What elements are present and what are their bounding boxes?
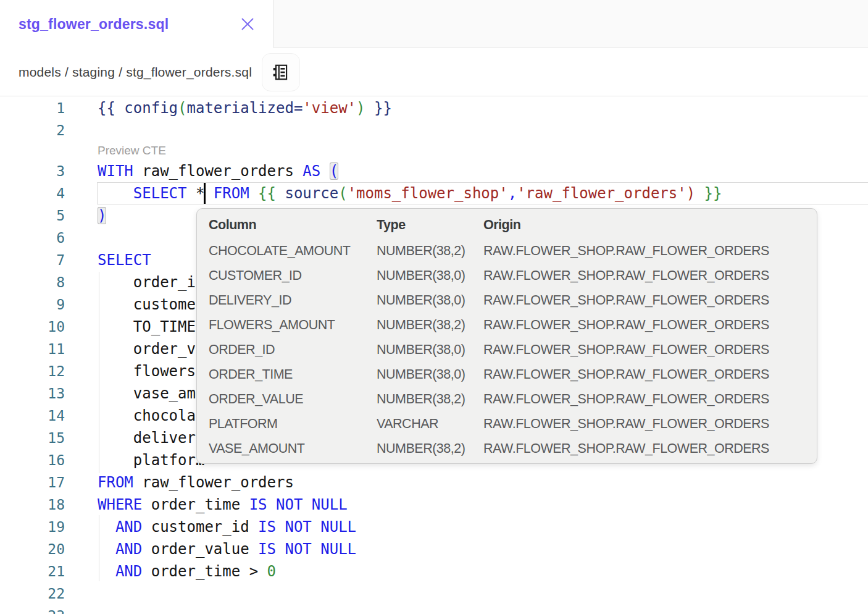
line-number: 15 xyxy=(0,427,65,449)
code-line[interactable]: 4 SELECT * FROM {{ source('moms_flower_s… xyxy=(0,182,868,204)
line-number: 6 xyxy=(0,227,65,249)
line-number: 21 xyxy=(0,560,65,582)
column-name-cell: ORDER_VALUE xyxy=(209,387,377,411)
notebook-icon xyxy=(272,63,290,82)
column-name-cell: ORDER_ID xyxy=(209,337,377,362)
dbt-sql-editor-window: stg_flower_orders.sql models / staging /… xyxy=(0,0,868,614)
code-line-text xyxy=(65,119,868,141)
line-number: 9 xyxy=(0,293,65,316)
column-type-cell: NUMBER(38,0) xyxy=(377,288,483,313)
line-number: 11 xyxy=(0,338,65,360)
column-origin-cell: RAW.FLOWER_SHOP.RAW_FLOWER_ORDERS xyxy=(483,313,817,337)
code-line[interactable]: 19 AND customer_id IS NOT NULL xyxy=(0,516,868,538)
code-line-text: {{ config(materialized='view') }} xyxy=(65,97,868,119)
line-number: 23 xyxy=(0,605,65,614)
line-number: 13 xyxy=(0,382,65,405)
code-line-text: AND order_time > 0 xyxy=(65,560,868,582)
column-name-cell: DELIVERY_ID xyxy=(209,288,377,313)
code-line-text xyxy=(65,605,868,614)
code-line[interactable]: 1{{ config(materialized='view') }} xyxy=(0,97,868,119)
line-number: 2 xyxy=(0,119,65,141)
column-type-cell: NUMBER(38,2) xyxy=(377,387,483,411)
code-line-text: AND order_value IS NOT NULL xyxy=(65,538,868,560)
code-line-text: WITH raw_flower_orders AS ( xyxy=(65,160,868,182)
line-number: 8 xyxy=(0,271,65,293)
line-number: 7 xyxy=(0,249,65,271)
column-origin-cell: RAW.FLOWER_SHOP.RAW_FLOWER_ORDERS xyxy=(483,337,817,362)
line-number: 19 xyxy=(0,516,65,538)
code-line-text: AND customer_id IS NOT NULL xyxy=(65,516,868,538)
column-origin-cell: RAW.FLOWER_SHOP.RAW_FLOWER_ORDERS xyxy=(483,263,817,288)
breadcrumb: models / staging / stg_flower_orders.sql xyxy=(19,65,252,80)
tab-title: stg_flower_orders.sql xyxy=(19,16,169,33)
code-lens-preview-cte[interactable]: Preview CTE xyxy=(0,141,868,160)
column-origin-cell: RAW.FLOWER_SHOP.RAW_FLOWER_ORDERS xyxy=(483,411,817,436)
column-type-cell: VARCHAR xyxy=(377,411,483,436)
line-number: 12 xyxy=(0,360,65,382)
column-origin-cell: RAW.FLOWER_SHOP.RAW_FLOWER_ORDERS xyxy=(483,288,817,313)
indent-guide xyxy=(99,515,99,581)
compiled-code-button[interactable] xyxy=(262,53,300,91)
indent-guide xyxy=(99,272,99,473)
code-line-text: WHERE order_time IS NOT NULL xyxy=(65,494,868,516)
column-type-cell: NUMBER(38,0) xyxy=(377,362,483,387)
code-line[interactable]: 21 AND order_time > 0 xyxy=(0,560,868,582)
line-number: 20 xyxy=(0,538,65,560)
line-number: 22 xyxy=(0,582,65,605)
code-line[interactable]: 18WHERE order_time IS NOT NULL xyxy=(0,494,868,516)
column-origin-cell: RAW.FLOWER_SHOP.RAW_FLOWER_ORDERS xyxy=(483,362,817,387)
popup-header: Column xyxy=(209,211,377,238)
column-origin-cell: RAW.FLOWER_SHOP.RAW_FLOWER_ORDERS xyxy=(483,387,817,411)
code-line-text: SELECT * FROM {{ source('moms_flower_sho… xyxy=(65,182,868,204)
line-number: 17 xyxy=(0,471,65,494)
column-type-cell: NUMBER(38,2) xyxy=(377,238,483,263)
close-icon[interactable] xyxy=(239,15,256,33)
line-number: 18 xyxy=(0,494,65,516)
column-name-cell: ORDER_TIME xyxy=(209,362,377,387)
code-line-text: FROM raw_flower_orders xyxy=(65,471,868,494)
code-line[interactable]: 22 xyxy=(0,582,868,605)
column-type-cell: NUMBER(38,2) xyxy=(377,313,483,337)
column-type-cell: NUMBER(38,2) xyxy=(377,436,483,461)
column-name-cell: CUSTOMER_ID xyxy=(209,263,377,288)
line-number: 16 xyxy=(0,449,65,471)
popup-header: Origin xyxy=(483,211,817,238)
line-number: 10 xyxy=(0,316,65,338)
column-name-cell: CHOCOLATE_AMOUNT xyxy=(209,238,377,263)
line-number: 3 xyxy=(0,160,65,182)
tab-bar-empty-area xyxy=(273,0,868,48)
code-line[interactable]: 17FROM raw_flower_orders xyxy=(0,471,868,494)
breadcrumb-bar: models / staging / stg_flower_orders.sql xyxy=(0,48,868,96)
source-columns-popup: ColumnTypeOriginCHOCOLATE_AMOUNTNUMBER(3… xyxy=(196,208,817,464)
line-number: 14 xyxy=(0,405,65,427)
column-type-cell: NUMBER(38,0) xyxy=(377,263,483,288)
code-line-text xyxy=(65,582,868,605)
code-line[interactable]: 23 xyxy=(0,605,868,614)
code-line[interactable]: 3WITH raw_flower_orders AS ( xyxy=(0,160,868,182)
column-name-cell: PLATFORM xyxy=(209,411,377,436)
code-line[interactable]: 2 xyxy=(0,119,868,141)
column-origin-cell: RAW.FLOWER_SHOP.RAW_FLOWER_ORDERS xyxy=(483,436,817,461)
tab-stg-flower-orders[interactable]: stg_flower_orders.sql xyxy=(0,0,273,48)
popup-header: Type xyxy=(377,211,483,238)
line-number: 4 xyxy=(0,182,65,204)
column-origin-cell: RAW.FLOWER_SHOP.RAW_FLOWER_ORDERS xyxy=(483,238,817,263)
line-number: 1 xyxy=(0,97,65,119)
tab-bar: stg_flower_orders.sql xyxy=(0,0,868,48)
code-line[interactable]: 20 AND order_value IS NOT NULL xyxy=(0,538,868,560)
column-type-cell: NUMBER(38,0) xyxy=(377,337,483,362)
column-name-cell: FLOWERS_AMOUNT xyxy=(209,313,377,337)
column-name-cell: VASE_AMOUNT xyxy=(209,436,377,461)
line-number: 5 xyxy=(0,204,65,227)
